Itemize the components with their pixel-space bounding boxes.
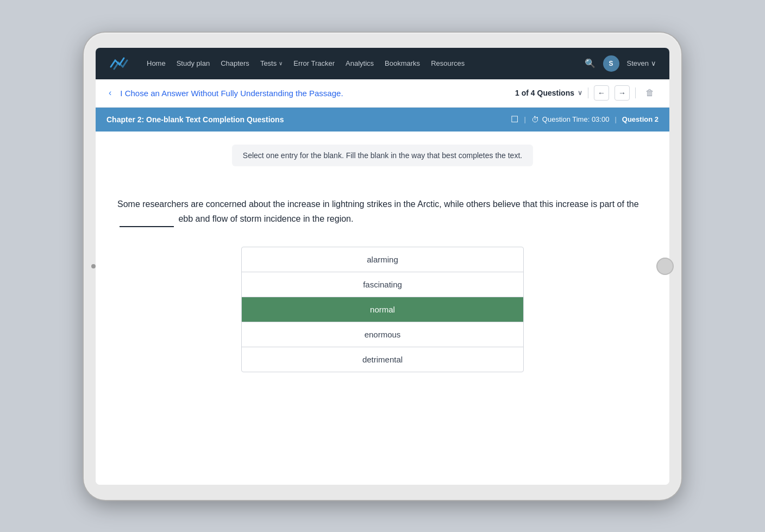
- user-menu[interactable]: Steven ∨: [627, 59, 656, 67]
- nav-bookmarks[interactable]: Bookmarks: [385, 59, 420, 67]
- chapter-header: Chapter 2: One-blank Text Completion Que…: [96, 108, 669, 132]
- option-enormous[interactable]: enormous: [242, 322, 523, 347]
- clock-icon: ⏱: [531, 115, 539, 124]
- option-fascinating[interactable]: fascinating: [242, 272, 523, 297]
- option-alarming[interactable]: alarming: [242, 247, 523, 272]
- tablet-device: Home Study plan Chapters Tests Error Tra…: [84, 33, 681, 500]
- timer-label: Question Time: 03:00: [542, 115, 610, 123]
- option-normal[interactable]: normal: [242, 297, 523, 322]
- delete-button[interactable]: 🗑: [641, 86, 659, 100]
- instruction-box: Select one entry for the blank. Fill the…: [232, 145, 533, 166]
- divider-2: [635, 87, 636, 98]
- timer-section: ⏱ Question Time: 03:00: [531, 115, 610, 124]
- passage-blank: [120, 211, 174, 227]
- passage-after: ebb and flow of storm incidence in the r…: [178, 214, 353, 223]
- nav-error-tracker[interactable]: Error Tracker: [293, 59, 335, 67]
- breadcrumb-title: I Chose an Answer Without Fully Understa…: [120, 89, 509, 98]
- chapter-actions: ☐ | ⏱ Question Time: 03:00 | Question 2: [511, 114, 659, 124]
- back-button[interactable]: ‹: [106, 86, 114, 100]
- nav-home[interactable]: Home: [147, 59, 166, 67]
- options-list: alarming fascinating normal enormous det…: [241, 247, 524, 372]
- nav-tests[interactable]: Tests: [260, 59, 283, 67]
- chapter-title: Chapter 2: One-blank Text Completion Que…: [106, 115, 511, 124]
- search-icon[interactable]: 🔍: [585, 58, 595, 68]
- question-nav: 1 of 4 Questions ∨ ← → 🗑: [515, 85, 659, 101]
- nav-study-plan[interactable]: Study plan: [177, 59, 210, 67]
- nav-right: 🔍 S Steven ∨: [585, 55, 656, 72]
- bookmark-icon[interactable]: ☐: [511, 114, 518, 124]
- question-badge: Question 2: [622, 115, 659, 123]
- options-wrapper: alarming fascinating normal enormous det…: [117, 247, 648, 372]
- passage-text: Some researchers are concerned about the…: [117, 197, 648, 227]
- prev-question-button[interactable]: ←: [594, 85, 609, 101]
- nav-chapters[interactable]: Chapters: [221, 59, 249, 67]
- breadcrumb-bar: ‹ I Chose an Answer Without Fully Unders…: [96, 79, 669, 108]
- nav-resources[interactable]: Resources: [431, 59, 465, 67]
- instruction-wrapper: Select one entry for the blank. Fill the…: [117, 145, 648, 181]
- logo[interactable]: [109, 56, 128, 71]
- separator-1: |: [524, 115, 525, 123]
- question-counter[interactable]: 1 of 4 Questions ∨: [515, 89, 582, 97]
- avatar: S: [603, 55, 619, 72]
- separator-2: |: [614, 115, 616, 123]
- nav-analytics[interactable]: Analytics: [346, 59, 374, 67]
- counter-chevron-icon: ∨: [578, 89, 582, 97]
- divider: [588, 87, 588, 98]
- main-nav: Home Study plan Chapters Tests Error Tra…: [96, 48, 669, 79]
- nav-links: Home Study plan Chapters Tests Error Tra…: [147, 59, 572, 67]
- option-detrimental[interactable]: detrimental: [242, 347, 523, 372]
- passage-before: Some researchers are concerned about the…: [117, 199, 639, 209]
- next-question-button[interactable]: →: [614, 85, 630, 101]
- main-content: Select one entry for the blank. Fill the…: [96, 132, 669, 485]
- tablet-screen: Home Study plan Chapters Tests Error Tra…: [96, 48, 669, 485]
